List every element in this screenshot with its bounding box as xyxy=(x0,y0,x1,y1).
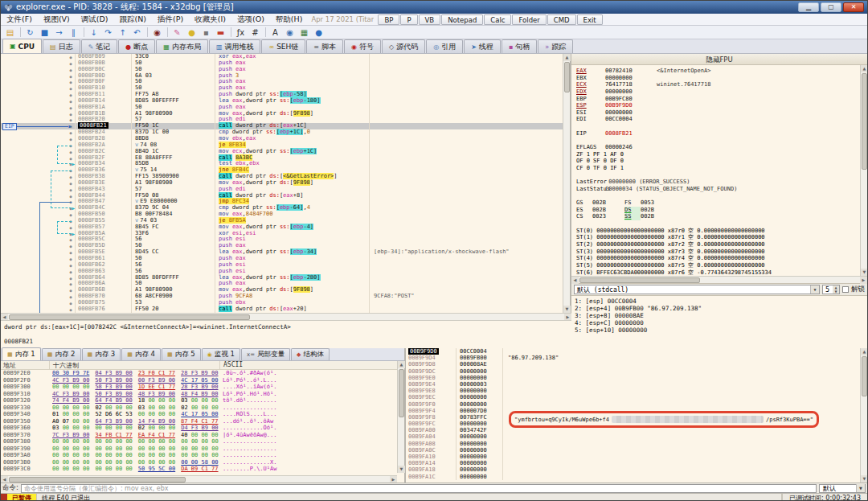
breakpoint-dot[interactable]: ● xyxy=(67,79,75,85)
breakpoint-dot[interactable]: ● xyxy=(67,136,75,142)
menu-item-H[interactable]: 帮助(H) xyxy=(270,14,309,23)
dump-tab-内存 3[interactable]: ▦内存 3 xyxy=(82,348,121,360)
stack-row[interactable]: 00B9F9D8000008AE xyxy=(406,361,867,368)
patch-icon[interactable]: ✎ xyxy=(170,27,184,39)
hash-icon[interactable]: # xyxy=(248,27,262,39)
stack-row[interactable]: 00B9F9E400000003 xyxy=(406,381,867,388)
dump-vscrollbar[interactable]: ▲▼ xyxy=(397,361,404,473)
step-into-icon[interactable]: ↓ xyxy=(87,27,100,39)
eraser-icon[interactable]: ▬ xyxy=(214,27,227,39)
call-arguments-view[interactable]: 1: [esp] 00CC00042: [esp+4] 00B9FB00 "86… xyxy=(571,296,867,343)
registers-hscrollbar[interactable]: ◀▶ xyxy=(571,276,867,283)
stack-row[interactable]: 00B9FA1000000000 xyxy=(406,454,867,460)
disassembly-view[interactable]: ●0008FB0933C0xor eax,eax●0008FB0B50push … xyxy=(1,54,563,313)
stack-row[interactable]: 00B9F9E800000000 xyxy=(406,388,867,394)
memory-dump-view[interactable]: 00B9F2E000 30 F9 7E04 F3 B9 0023 F0 C1 7… xyxy=(1,370,404,473)
call-argument-row[interactable]: 1: [esp] 00CC0004 xyxy=(575,298,867,305)
globe-icon[interactable]: ● xyxy=(312,27,326,39)
dump-row[interactable]: 00B9F33000 00 00 0002 00 00 0003 00 00 0… xyxy=(1,404,404,412)
call-argument-row[interactable]: 2: [esp+4] 00B9FB00 "86.97.209.138" xyxy=(575,305,867,312)
disassembly-vscrollbar[interactable]: ▲▼ xyxy=(563,54,570,313)
dump-tab-结构体[interactable]: ◆结构体 xyxy=(291,348,330,360)
stack-row[interactable]: 00B9FA0400000000 xyxy=(406,433,867,440)
stack-row[interactable]: 00B9FA000034742F xyxy=(406,427,867,433)
dump-row[interactable]: 00B9F3B000 00 00 0000 00 00 0000 00 00 0… xyxy=(1,459,404,466)
stack-row[interactable]: 00B9F9EC00000000 xyxy=(406,394,867,400)
breakpoint-dot[interactable]: ● xyxy=(67,67,75,73)
call-argument-row[interactable]: 5: [esp+10] 00000000 xyxy=(575,326,867,334)
quick-button-cmd[interactable]: CMD xyxy=(547,14,576,25)
trace-icon[interactable]: ◉ xyxy=(150,27,164,39)
chevron-down-icon[interactable]: ▼ xyxy=(856,484,865,492)
quick-button-calc[interactable]: Calc xyxy=(484,14,511,25)
stack-row[interactable]: 00B9FA0800000000 xyxy=(406,441,867,447)
open-file-icon[interactable]: ▤ xyxy=(3,27,17,39)
registers-view[interactable]: EAX00782410<&InternetOpenA>EBX00000000EC… xyxy=(571,65,867,276)
step-back-icon[interactable]: ↶ xyxy=(130,27,144,39)
tab-线程[interactable]: ➤线程 xyxy=(464,39,501,53)
dump-tab-内存 5[interactable]: ▦内存 5 xyxy=(162,348,201,360)
tab-SEH链[interactable]: ∞SEH链 xyxy=(261,39,305,53)
breakpoint-dot[interactable]: ● xyxy=(67,73,75,80)
dump-tab-内存 1[interactable]: ▦内存 1 xyxy=(2,347,41,360)
unlock-checkbox[interactable] xyxy=(842,286,849,293)
dump-row[interactable]: 00B9F39000 00 00 0000 00 00 0000 00 00 0… xyxy=(1,446,404,453)
breakpoints-icon[interactable]: ▪ xyxy=(199,27,213,39)
run-icon[interactable]: → xyxy=(52,27,66,39)
quick-button-p[interactable]: P xyxy=(400,14,417,25)
menu-item-F[interactable]: 文件(F) xyxy=(1,14,38,23)
menu-item-D[interactable]: 调试(D) xyxy=(76,14,114,23)
quick-button-notepad[interactable]: Notepad xyxy=(441,14,483,25)
call-argument-row[interactable]: 3: [esp+8] 000008AE xyxy=(575,312,867,319)
maximize-button[interactable]: ▢ xyxy=(821,2,841,12)
dump-row[interactable]: 00B9F3707C F3 B9 0034 FB C1 77EA F4 C1 7… xyxy=(1,432,404,439)
stack-row[interactable]: 00B9F9D000CC0004 xyxy=(406,348,867,355)
tab-CPU[interactable]: ▣CPU xyxy=(2,39,42,53)
tab-断点[interactable]: ●断点 xyxy=(118,39,155,53)
menu-item-O[interactable]: 选项(O) xyxy=(231,14,270,23)
stack-row[interactable]: 00B9F9E000000000 xyxy=(406,375,867,381)
comments-icon[interactable]: ● xyxy=(185,27,199,39)
menu-item-I[interactable]: 收藏夹(I) xyxy=(189,14,231,23)
disasm-row[interactable]: ●0008FB76FF50 20call dword ptr ds:[eax+2… xyxy=(1,306,563,313)
breakpoint-dot[interactable]: ● xyxy=(67,111,75,117)
font-icon[interactable]: A xyxy=(268,27,282,39)
stack-row[interactable]: 00B9F9D400B9FB00"86.97.209.138" xyxy=(406,355,867,361)
dump-row[interactable]: 00B9F38000 00 00 0000 00 00 0000 00 00 0… xyxy=(1,438,404,446)
tab-符号[interactable]: ◉符号 xyxy=(344,39,381,53)
tab-引用[interactable]: ◎引用 xyxy=(426,39,463,53)
chevron-down-icon[interactable]: ▼ xyxy=(810,285,819,294)
stack-row[interactable]: 00B9FA1C00000000 xyxy=(406,474,867,480)
breakpoint-dot[interactable]: ● xyxy=(67,85,75,92)
stack-row[interactable]: 00B9FA0C00000000 xyxy=(406,447,867,454)
dump-tab-局部变量[interactable]: x=局部变量 xyxy=(241,348,290,360)
hide-fpu-button[interactable]: 隐藏FPU xyxy=(571,54,867,65)
command-input[interactable]: 命令使用逗号分隔（像汇编指令）: mov eax, ebx xyxy=(21,484,817,493)
arg-count-stepper[interactable]: 5 ▲▼ xyxy=(822,285,840,294)
dump-row[interactable]: 00B9F3C000 00 00 0000 00 00 0050 95 5C 0… xyxy=(1,466,404,473)
breakpoint-dot[interactable]: ● xyxy=(67,129,75,136)
dump-tab-内存 4[interactable]: ▦内存 4 xyxy=(121,348,161,360)
calculator-icon[interactable]: ▦ xyxy=(297,27,311,39)
breakpoint-dot[interactable]: ● xyxy=(67,54,75,60)
tab-脚本[interactable]: ≡脚本 xyxy=(306,39,343,53)
stack-vscrollbar[interactable]: ▲▼ xyxy=(860,348,867,483)
tab-源代码[interactable]: ◇源代码 xyxy=(382,39,425,53)
step-over-icon[interactable]: ↷ xyxy=(101,27,115,39)
dump-tab-监视 1[interactable]: ◉监视 1 xyxy=(202,348,240,360)
dump-row[interactable]: 00B9F3104C F3 B9 0050 F3 B9 0048 F3 B9 0… xyxy=(1,391,404,398)
dump-row[interactable]: 00B9F34001 00 00 0052 D6 6C 5300 00 00 0… xyxy=(1,411,404,418)
minimize-button[interactable]: ▁ xyxy=(798,2,819,12)
menu-item-N[interactable]: 跟踪(N) xyxy=(114,14,153,23)
breakpoint-dot[interactable]: ● xyxy=(67,117,75,123)
pause-icon[interactable]: ∥ xyxy=(67,27,80,39)
stack-row[interactable]: 00B9FA1800000000 xyxy=(406,466,867,473)
quick-button-exit[interactable]: Exit xyxy=(577,14,603,25)
dump-hscrollbar[interactable]: ◀▶ xyxy=(1,475,397,483)
breakpoint-dot[interactable]: ● xyxy=(67,60,75,67)
calling-convention-select[interactable]: 默认 (stdcall) ▼ xyxy=(574,285,820,294)
dump-tab-内存 2[interactable]: ▦内存 2 xyxy=(42,348,81,360)
menu-item-P[interactable]: 插件(P) xyxy=(152,14,189,23)
execute-till-return-icon[interactable]: ↑ xyxy=(116,27,129,39)
user-icon[interactable]: ◉ xyxy=(283,27,297,39)
